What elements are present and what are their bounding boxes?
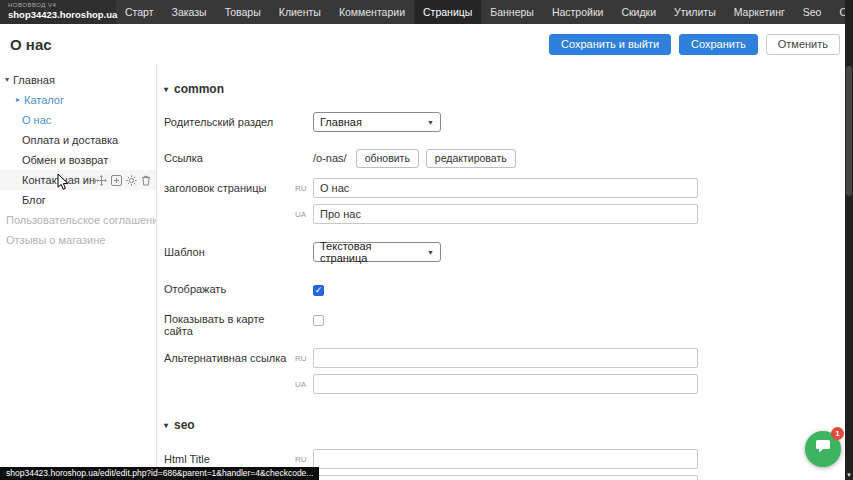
menu-seo[interactable]: Seo — [794, 0, 831, 24]
field-display: Отображать ✓ — [164, 282, 845, 296]
tree-item-home[interactable]: ▾ Главная — [0, 70, 156, 90]
parent-section-select[interactable]: Главная ▼ — [313, 112, 441, 132]
brand[interactable]: НОВОВВОД V4 shop34423.horoshop.ua — [0, 0, 116, 24]
alt-link-ua-input[interactable] — [313, 374, 698, 394]
lang-tag-ru: RU — [295, 354, 313, 363]
menu-comments[interactable]: Комментарии — [330, 0, 414, 24]
html-title-ua-input[interactable] — [313, 475, 698, 480]
edit-link-button[interactable]: редактировать — [426, 149, 516, 168]
tree-item-label: Пользовательское соглашение — [6, 214, 156, 226]
menu-utilities[interactable]: Утилиты — [665, 0, 725, 24]
brand-domain: shop34423.horoshop.ua — [8, 9, 108, 20]
lang-tag-ua: UA — [295, 380, 313, 389]
scroll-down-icon[interactable]: ▼ — [845, 471, 853, 479]
section-common-title: common — [174, 82, 224, 96]
alt-link-ru-input[interactable] — [313, 348, 698, 368]
refresh-link-button[interactable]: обновить — [356, 149, 419, 168]
menu-discounts[interactable]: Скидки — [612, 0, 665, 24]
menu-marketing[interactable]: Маркетинг — [725, 0, 794, 24]
status-bar-link-preview: shop34423.horoshop.ua/edit/edit.php?id=6… — [0, 467, 319, 480]
lang-tag-ru: RU — [295, 455, 313, 464]
chat-widget-button[interactable]: 1 — [805, 431, 841, 467]
page-title-ua-input[interactable] — [313, 204, 698, 224]
tree-item-catalog[interactable]: ▸ Каталог — [0, 90, 156, 110]
display-checkbox[interactable]: ✓ — [313, 285, 324, 296]
page-title-ru-input[interactable] — [313, 178, 698, 198]
tree-item-label: Блог — [22, 194, 46, 206]
menu-products[interactable]: Товары — [216, 0, 270, 24]
field-label: Показывать в карте сайта — [164, 312, 295, 337]
tree-item-payment-delivery[interactable]: Оплата и доставка — [0, 130, 156, 150]
tree-item-contacts[interactable]: Контактная информ — [0, 170, 156, 190]
tree-item-about[interactable]: О нас — [0, 110, 156, 130]
move-icon[interactable] — [96, 175, 107, 186]
section-common[interactable]: ▾ common — [164, 82, 845, 96]
lang-tag-ua: UA — [295, 210, 313, 219]
menu-pages[interactable]: Страницы — [414, 0, 481, 24]
collapse-icon: ▾ — [164, 421, 168, 430]
tree-item-blog[interactable]: Блог — [0, 190, 156, 210]
tree-item-label: Оплата и доставка — [22, 134, 118, 146]
save-and-exit-button[interactable]: Сохранить и выйти — [549, 34, 671, 55]
scrollbar-thumb[interactable] — [846, 66, 852, 196]
tree-item-actions — [96, 170, 151, 190]
menu-start[interactable]: Старт — [116, 0, 163, 24]
menu-clients[interactable]: Клиенты — [270, 0, 330, 24]
check-icon: ✓ — [315, 286, 323, 295]
field-label-text: Html Title — [164, 453, 295, 465]
chat-unread-badge: 1 — [831, 427, 844, 440]
link-value: /o-nas/ — [313, 152, 347, 164]
pages-tree-sidebar: ▾ Главная ▸ Каталог О нас Оплата и доста… — [0, 64, 157, 480]
collapse-icon: ▾ — [164, 85, 168, 94]
field-label: Шаблон — [164, 242, 295, 258]
expand-icon[interactable]: ▸ — [16, 90, 20, 110]
collapse-icon[interactable]: ▾ — [5, 70, 9, 90]
topbar: НОВОВВОД V4 shop34423.horoshop.ua Старт … — [0, 0, 853, 24]
selected-value: Текстовая страница — [320, 240, 421, 264]
field-label: Отображать — [164, 282, 295, 295]
menu-banners[interactable]: Баннеры — [481, 0, 543, 24]
menu-settings[interactable]: Настройки — [543, 0, 613, 24]
delete-icon[interactable] — [141, 175, 151, 186]
page-edit-form: ▾ common Родительский раздел Главная ▼ С… — [158, 64, 845, 480]
section-seo[interactable]: ▾ seo — [164, 418, 845, 432]
field-label: Альтернативная ссылка — [164, 348, 295, 364]
lang-tag-ru: RU — [295, 184, 313, 193]
field-alt-link: Альтернативная ссылка RU UA — [164, 348, 845, 394]
field-page-title: заголовок страницы RU UA — [164, 178, 845, 224]
field-sitemap: Показывать в карте сайта — [164, 312, 845, 337]
field-label: Родительский раздел — [164, 112, 295, 128]
tree-item-label: О нас — [22, 114, 51, 126]
tree-item-label: Обмен и возврат — [22, 154, 108, 166]
field-parent-section: Родительский раздел Главная ▼ — [164, 112, 845, 132]
page-header: О нас Сохранить и выйти Сохранить Отмени… — [0, 24, 845, 64]
menu-orders[interactable]: Заказы — [163, 0, 216, 24]
cancel-button[interactable]: Отменить — [766, 34, 840, 55]
tree-item-label: Каталог — [24, 94, 64, 106]
chat-bubble-icon — [814, 439, 832, 459]
html-title-ru-input[interactable] — [313, 449, 698, 469]
brand-version: НОВОВВОД V4 — [8, 2, 108, 9]
tree-item-store-reviews[interactable]: Отзывы о магазине — [0, 230, 156, 250]
add-icon[interactable] — [111, 175, 122, 186]
tree-item-exchange-return[interactable]: Обмен и возврат — [0, 150, 156, 170]
sitemap-checkbox[interactable] — [313, 315, 324, 326]
app-window: НОВОВВОД V4 shop34423.horoshop.ua Старт … — [0, 0, 853, 480]
tree-item-label: Отзывы о магазине — [6, 234, 105, 246]
page-title: О нас — [10, 36, 52, 53]
vertical-scrollbar[interactable]: ▼ — [845, 0, 853, 480]
save-button[interactable]: Сохранить — [679, 34, 758, 55]
tree-item-label: Главная — [13, 74, 55, 86]
template-select[interactable]: Текстовая страница ▼ — [313, 242, 441, 262]
section-seo-title: seo — [174, 418, 195, 432]
selected-value: Главная — [320, 116, 362, 128]
tree-item-user-agreement[interactable]: Пользовательское соглашение — [0, 210, 156, 230]
settings-icon[interactable] — [126, 175, 137, 186]
chevron-down-icon: ▼ — [427, 249, 434, 256]
field-template: Шаблон Текстовая страница ▼ — [164, 242, 845, 262]
field-label: Ссылка — [164, 148, 295, 164]
top-menu: Старт Заказы Товары Клиенты Комментарии … — [116, 0, 853, 24]
chevron-down-icon: ▼ — [427, 119, 434, 126]
header-actions: Сохранить и выйти Сохранить Отменить — [549, 34, 840, 55]
field-link: Ссылка /o-nas/ обновить редактировать — [164, 148, 845, 168]
